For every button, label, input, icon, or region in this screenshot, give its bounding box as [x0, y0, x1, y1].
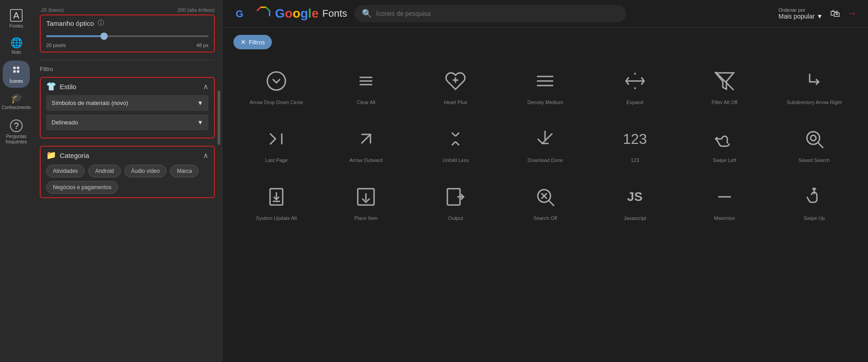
icon-unfold-less-label: Unfold Less	[442, 157, 469, 163]
swipe-left-icon	[714, 125, 735, 152]
filters-chip[interactable]: ✕ Filtros	[233, 35, 272, 49]
icon-system-update-alt[interactable]: System Update Alt	[233, 172, 319, 227]
icon-heart-plus[interactable]: Heart Plus	[413, 57, 498, 111]
icon-saved-search[interactable]: Saved Search	[771, 114, 857, 169]
icon-maximize[interactable]: Maximize	[682, 172, 768, 227]
icon-unfold-less[interactable]: Unfold Less	[413, 114, 498, 169]
tag-atividades[interactable]: Atividades	[46, 165, 85, 177]
icon-arrow-drop-down-circle[interactable]: Arrow Drop Down Circle	[233, 57, 319, 111]
icon-saved-search-label: Saved Search	[798, 157, 830, 163]
header-arrow-icon: →	[847, 8, 857, 19]
style-collapse-icon[interactable]: ∧	[203, 82, 209, 91]
icons-area: ✕ Filtros Arrow Drop Down Circle	[223, 28, 868, 362]
icon-search-off-label: Search Off	[533, 215, 557, 221]
search-icon: 🔍	[362, 9, 372, 19]
icon-system-update-alt-label: System Update Alt	[256, 215, 297, 221]
maximize-icon	[714, 183, 735, 210]
arrow-outward-icon	[355, 125, 377, 152]
icon-arrow-outward[interactable]: Arrow Outward	[323, 114, 409, 169]
sidebar-conhecimento-label: Conhecimento	[2, 105, 31, 110]
info-icon[interactable]: ⓘ	[98, 19, 104, 27]
svg-point-24	[811, 135, 816, 141]
optical-size-slider[interactable]	[46, 35, 209, 37]
icons-grid: Arrow Drop Down Circle Clear All	[233, 57, 857, 227]
pixel-high: 48 px	[196, 43, 209, 48]
optical-size-slider-container	[46, 31, 209, 39]
svg-point-3	[17, 70, 19, 73]
download-done-icon	[534, 125, 556, 152]
sidebar-perguntas-label: Perguntas frequentes	[5, 134, 28, 145]
icon-filter-alt-off[interactable]: Filter Alt Off	[682, 57, 768, 111]
icon-javascript[interactable]: JS Javascript	[592, 172, 678, 227]
svg-text:G: G	[236, 8, 243, 19]
close-filters-icon: ✕	[241, 38, 246, 46]
tag-android[interactable]: Android	[88, 165, 120, 177]
tag-audio-video[interactable]: Áudio vídeo	[124, 165, 166, 177]
style-icon: 👕	[46, 81, 56, 91]
sidebar-fontes-label: Fontes	[9, 24, 24, 29]
icon-expand-label: Expand	[626, 99, 643, 105]
icon-expand[interactable]: Expand	[592, 57, 678, 111]
sidebar-nav: A Fontes 🌐 Noto Ícones 🎓 Conhecimento ? …	[0, 0, 33, 362]
sort-value: Mais popular ▼	[778, 13, 823, 20]
icon-place-item[interactable]: Place Item	[323, 172, 409, 227]
sort-dropdown[interactable]: Ordenar por Mais popular ▼	[778, 7, 823, 20]
svg-line-30	[549, 201, 554, 206]
icon-subdirectory-arrow-right-label: Subdirectory Arrow Right	[787, 99, 842, 105]
expand-icon	[624, 67, 646, 95]
place-item-icon	[355, 183, 377, 210]
icon-download-done[interactable]: Download Done	[502, 114, 588, 169]
range-low: -25 (baixo)	[40, 7, 64, 13]
dropdown-chevron-1: ▼	[197, 100, 203, 106]
categoria-icon: 📁	[46, 150, 56, 160]
sidebar-icones-label: Ícones	[9, 79, 23, 84]
filters-chip-label: Filtros	[249, 39, 265, 46]
icon-density-medium-label: Density Medium	[527, 99, 563, 105]
sidebar-item-perguntas[interactable]: ? Perguntas frequentes	[3, 116, 30, 148]
tag-marca[interactable]: Marca	[170, 165, 199, 177]
optical-size-header: Tamanho óptico ⓘ	[46, 19, 209, 27]
style-title: Estilo	[60, 83, 76, 90]
icon-123[interactable]: 123 123	[592, 114, 678, 169]
range-high: 200 (alta ênfase)	[177, 7, 215, 13]
icon-subdirectory-arrow-right[interactable]: Subdirectory Arrow Right	[771, 57, 857, 111]
style-dropdown-2[interactable]: Delineado ▼	[46, 114, 209, 130]
icon-filter-alt-off-label: Filter Alt Off	[711, 99, 737, 105]
main-content: G Google Fonts 🔍 Or	[223, 0, 868, 362]
icon-output[interactable]: Output	[413, 172, 498, 227]
unfold-less-icon	[445, 125, 466, 152]
svg-line-20	[361, 134, 370, 143]
sidebar-item-fontes[interactable]: A Fontes	[3, 5, 30, 33]
search-input[interactable]	[376, 10, 619, 17]
svg-point-1	[17, 67, 19, 69]
icon-place-item-label: Place Item	[354, 215, 378, 221]
google-logo-svg	[255, 5, 271, 22]
tag-negocios[interactable]: Negócios e pagamentos	[46, 181, 118, 194]
123-icon: 123	[623, 125, 647, 152]
heart-plus-icon	[445, 67, 466, 95]
sort-chevron-icon: ▼	[816, 13, 823, 20]
perguntas-icon: ?	[10, 119, 23, 132]
style-dropdown-1[interactable]: Símbolos de materiais (novo) ▼	[46, 95, 209, 111]
svg-line-23	[818, 143, 823, 148]
scrollbar-thumb[interactable]	[218, 90, 220, 145]
filters-panel: -25 (baixo) 200 (alta ênfase) Tamanho óp…	[33, 0, 223, 362]
icon-last-page[interactable]: Last Page	[233, 114, 319, 169]
icon-clear-all[interactable]: Clear All	[323, 57, 409, 111]
icon-search-off[interactable]: Search Off	[502, 172, 588, 227]
swipe-up-icon	[803, 183, 825, 210]
divider-1	[40, 60, 215, 60]
svg-point-22	[807, 132, 820, 144]
icon-swipe-left[interactable]: Swipe Left	[682, 114, 768, 169]
filters-bar: ✕ Filtros	[233, 35, 857, 49]
icon-density-medium[interactable]: Density Medium	[502, 57, 588, 111]
sidebar-item-conhecimento[interactable]: 🎓 Conhecimento	[3, 90, 30, 114]
sidebar-item-icones[interactable]: Ícones	[3, 61, 30, 88]
icon-swipe-up[interactable]: Swipe Up	[771, 172, 857, 227]
categoria-collapse-icon[interactable]: ∧	[203, 151, 209, 160]
sidebar-item-noto[interactable]: 🌐 Noto	[3, 34, 30, 59]
icon-heart-plus-label: Heart Plus	[444, 99, 467, 105]
sort-label: Ordenar por	[778, 7, 805, 13]
cart-button[interactable]: 🛍	[830, 8, 840, 19]
saved-search-icon	[803, 125, 825, 152]
